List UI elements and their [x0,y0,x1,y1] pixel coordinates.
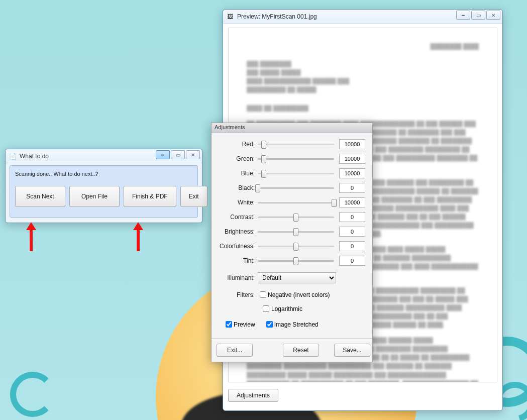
black-slider[interactable] [258,183,334,192]
colorfulness-value-input[interactable] [339,241,365,251]
tint-value-input[interactable] [339,256,365,266]
slider-label: Black: [219,184,258,191]
wtd-title: What to do [20,153,49,160]
blue-slider[interactable] [258,169,334,178]
slider-label: Red: [219,141,258,148]
adjustments-save-button[interactable]: Save... [334,344,370,357]
preview-checkbox[interactable] [226,321,232,328]
white-slider[interactable] [258,198,334,207]
slider-label: Tint: [219,257,258,264]
negative-checkbox-label[interactable]: Negative (invert colors) [258,290,330,299]
logarithmic-checkbox[interactable] [263,305,269,312]
slider-row-black: Black: [219,183,365,193]
white-value-input[interactable] [339,197,365,207]
minimize-button[interactable]: ━ [156,150,170,159]
adjustments-title[interactable]: Adjustments [212,123,372,133]
filters-label: Filters: [219,291,258,298]
contrast-slider[interactable] [258,213,334,222]
slider-row-brightness: Brightness: [219,227,365,237]
contrast-value-input[interactable] [339,212,365,222]
colorfulness-slider[interactable] [258,242,334,251]
slider-label: Contrast: [219,214,258,221]
brightness-slider[interactable] [258,227,334,236]
scan-next-button[interactable]: Scan Next [15,186,65,207]
adjustments-panel: Adjustments Red: Green: Blue: Black: Whi… [211,123,373,362]
tint-slider[interactable] [258,256,334,265]
adjustments-button[interactable]: Adjustments [228,389,278,402]
close-button[interactable]: ✕ [486,11,500,20]
slider-row-red: Red: [219,139,365,149]
black-value-input[interactable] [339,183,365,193]
preview-titlebar[interactable]: 🖼 Preview: MyFirstScan 001.jpg ━ ▭ ✕ [223,10,502,24]
slider-label: Blue: [219,170,258,177]
slider-label: Brightness: [219,228,258,235]
slider-row-tint: Tint: [219,256,365,266]
wtd-titlebar[interactable]: 📄 What to do ━ ▭ ✕ [6,149,202,163]
exit-button[interactable]: Exit [180,186,207,207]
preview-app-icon: 🖼 [226,13,234,21]
adjustments-reset-button[interactable]: Reset [283,344,319,357]
adjustments-exit-button[interactable]: Exit... [217,344,253,357]
green-slider[interactable] [258,154,334,163]
stretched-checkbox-label[interactable]: Image Stretched [264,320,319,329]
finish-pdf-button[interactable]: Finish & PDF [124,186,176,207]
slider-label: Colorfulness: [219,243,258,250]
slider-label: Green: [219,155,258,162]
negative-checkbox[interactable] [260,291,266,298]
slider-row-green: Green: [219,154,365,164]
logarithmic-checkbox-label[interactable]: Logarithmic [261,304,302,313]
slider-row-contrast: Contrast: [219,212,365,222]
open-file-button[interactable]: Open File [69,186,120,207]
maximize-button[interactable]: ▭ [171,150,185,159]
blue-value-input[interactable] [339,168,365,178]
preview-title: Preview: MyFirstScan 001.jpg [237,13,317,20]
close-button[interactable]: ✕ [186,150,200,159]
wtd-message: Scannig done.. What to do next..? [15,171,192,177]
illuminant-select[interactable]: Default [258,272,336,283]
background-swirl [10,372,55,417]
maximize-button[interactable]: ▭ [471,11,485,20]
preview-checkbox-label[interactable]: Preview [224,320,255,329]
red-slider[interactable] [258,140,334,149]
minimize-button[interactable]: ━ [456,11,470,20]
slider-row-blue: Blue: [219,168,365,178]
slider-label: White: [219,199,258,206]
green-value-input[interactable] [339,154,365,164]
slider-row-white: White: [219,197,365,207]
stretched-checkbox[interactable] [266,321,273,328]
red-value-input[interactable] [339,139,365,149]
what-to-do-dialog: 📄 What to do ━ ▭ ✕ Scannig done.. What t… [5,149,202,223]
wtd-app-icon: 📄 [9,152,17,160]
brightness-value-input[interactable] [339,227,365,237]
illuminant-label: Illuminant: [219,274,258,281]
slider-row-colorfulness: Colorfulness: [219,241,365,251]
